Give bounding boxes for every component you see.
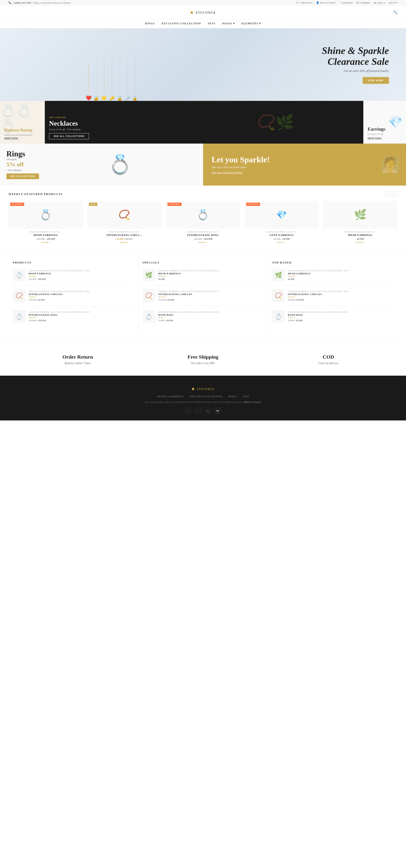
mini-product-image[interactable]: 📿 [272, 289, 285, 302]
rings-free-shipping: + Free shipping [6, 169, 39, 171]
rings-cta-button[interactable]: SEE COLLECTIONS [6, 174, 39, 179]
mini-product-price: 120.00$–450.00$ [29, 319, 134, 322]
ring-icon: 💍 [39, 209, 52, 221]
mini-product: 🌿 Chains & Earrings, Exclusive collectio… [272, 269, 393, 285]
product-card: FEATURED 💍 Chains & Earrings, Exclus... … [8, 201, 83, 244]
product-price: 49.00$ [323, 238, 398, 241]
mini-product-category: Chains & Earrings, Exclusive collection,… [288, 270, 393, 272]
twitter-icon[interactable]: t [195, 408, 201, 414]
mini-product-image[interactable]: 💍 [143, 310, 155, 323]
footer-nav-sets[interactable]: SETS [243, 395, 249, 398]
necklace-icon: 📿 [118, 209, 130, 220]
hero-text: Shine & Sparkle Clearance Sale Get an ex… [308, 45, 389, 84]
nav-exclusive[interactable]: EXCLUSIVE COLLECTION [162, 22, 201, 25]
phone-number: +3(800) 2345-6789 [13, 1, 31, 4]
privacy-policy-link[interactable]: PRIVACY POLICY [244, 401, 261, 403]
product-name[interactable]: INTERLOCKING CIRCL... [87, 234, 162, 237]
footer-nav-chains[interactable]: CHAINS & EARRINGS [157, 395, 184, 398]
mini-product-stars: ★★★★☆ [29, 316, 134, 319]
mini-product-stars: ★★★★☆ [158, 275, 263, 277]
product-badge: FEATURED [10, 203, 24, 206]
search-icon[interactable]: 🔍 [393, 10, 398, 14]
necklaces-cta-button[interactable]: SEE ALL COLLECTIONS [49, 133, 89, 139]
next-arrow[interactable]: › [392, 192, 398, 197]
logo[interactable]: ◆ zirconia [190, 9, 216, 15]
rings-text: Rings Get up to 5% off + Free shipping S… [6, 150, 39, 179]
rings-banner: Rings Get up to 5% off + Free shipping S… [0, 144, 203, 186]
mini-product-info: Chains & Earrings, Exclusive collection,… [29, 290, 134, 301]
feature-free-shipping: Free Shipping On orders over $99. [143, 354, 264, 365]
feature-title: Order Return [17, 354, 138, 360]
product-name[interactable]: LYNN EARRINGS [245, 234, 319, 237]
ring-icon: 💍 [196, 209, 209, 221]
top-bar: 📞 +3(800) 2345-6789 7 Days a week from 9… [0, 0, 406, 5]
feature-subtitle: Cash on delivery [268, 362, 389, 365]
linkedin-icon[interactable]: in [205, 408, 211, 414]
hero-cta-button[interactable]: VIEW NOW! [363, 77, 389, 84]
footer-nav-rings[interactable]: RINGS [228, 395, 237, 398]
footer-nav-exclusive[interactable]: EXCLUSIVE COLLECTION [190, 395, 222, 398]
product-price: 250.00$–260.00$ [8, 238, 83, 241]
compare-link[interactable]: ⇄ COMPARE [356, 1, 370, 4]
mini-product-name[interactable]: BAND RING [288, 314, 393, 316]
mini-product-image[interactable]: 🌿 [143, 269, 155, 281]
featured-title: WEEKLY FEATURED PRODUCTS [8, 192, 63, 196]
mini-product-image[interactable]: 🌿 [272, 269, 285, 281]
product-name[interactable]: INTERLOCKING RING [166, 234, 240, 237]
instagram-icon[interactable]: 📷 [215, 408, 221, 414]
footer-logo[interactable]: ◆ zirconia [8, 386, 398, 391]
compare-icon: ⇄ [356, 1, 358, 4]
product-category: Chains & Earrings, Exclus... [87, 231, 162, 233]
nav-pages[interactable]: PAGES ▾ [222, 22, 235, 25]
mini-product-name[interactable]: INTERLOCKING CIRCLES [288, 293, 393, 296]
mini-product-name[interactable]: INTERLOCKING RING [29, 314, 134, 316]
mini-product-name[interactable]: BAND RING [158, 314, 263, 316]
mini-product-image[interactable]: 💍 [13, 310, 26, 323]
heart-icon: ♡ [339, 1, 341, 4]
nav-rings[interactable]: RINGS [145, 22, 155, 25]
wishlist-link[interactable]: ♡ WISHLIST [339, 1, 353, 4]
cart-link[interactable]: 🛍 CART 0 [374, 1, 385, 4]
checkout-link[interactable]: 🛒 CHECKOUT [296, 1, 313, 4]
nav-elements[interactable]: ELEMENTS ▾ [242, 22, 261, 25]
platinum-shop-now[interactable]: SHOP NOW! [4, 137, 40, 139]
rings-title: Rings [6, 150, 39, 158]
earrings-title: Earrings [368, 126, 402, 132]
mini-product-category: Chains & Earrings, Exclusive collection,… [29, 270, 134, 272]
nav-sets[interactable]: SETS [208, 22, 215, 25]
mini-product-name[interactable]: INTERLOCKING CIRCLES [158, 293, 263, 296]
currency-selector[interactable]: USD, $ ▾ [388, 1, 398, 4]
mini-product-image[interactable]: 💍 [272, 310, 285, 323]
sparkle-cta[interactable]: SEE ALL COLLECTIONS [212, 172, 270, 174]
prev-arrow[interactable]: ‹ [385, 192, 391, 197]
mini-product-name[interactable]: MESH EARRINGS [158, 272, 263, 275]
product-name[interactable]: MESH EARRINGS [323, 234, 398, 237]
product-image[interactable]: 🌿 [323, 201, 398, 229]
sparkle-title: Let you Sparkle! [212, 155, 270, 164]
sparkle-banner: Let you Sparkle! Save up to 50% on selec… [203, 144, 406, 186]
rings-off: 5% off [6, 161, 39, 168]
mini-product-category: Chains & Earrings, Exclusive collection,… [29, 290, 134, 292]
facebook-icon[interactable]: f [185, 408, 192, 414]
hero-title: Shine & Sparkle Clearance Sale [308, 45, 389, 67]
feature-cod: COD Cash on delivery [268, 354, 389, 365]
mini-product-image[interactable]: 💍 [13, 269, 26, 281]
mini-product: 📿 Chains & Earrings, Exclusive collectio… [13, 289, 134, 306]
product-name[interactable]: HOOP EARRINGS [8, 234, 83, 237]
mini-product-image[interactable]: 📿 [143, 289, 155, 302]
earring-leaf-icon: 🌿 [354, 209, 367, 221]
mini-product-name[interactable]: INTERLOCKING CIRCLES [29, 293, 134, 296]
specials-col-title: SPECIALS [143, 261, 263, 264]
mini-product-name[interactable]: HOOP EARRINGS [29, 272, 134, 275]
earrings-shop-now[interactable]: SHOP NOW! [368, 137, 402, 139]
product-image[interactable]: 📿 [87, 201, 162, 229]
mini-product: 💍 Chains & Earrings, Exclusive collectio… [143, 310, 263, 327]
footer-copy: ZIRCONIA THEME IS PROUDLY POWERED BY WOR… [8, 401, 398, 403]
account-link[interactable]: 👤 MY ACCOUNT [316, 1, 336, 4]
mini-product-image[interactable]: 📿 [13, 289, 26, 302]
necklaces-banner: 📿🌿 New collection Necklaces Get up to 5%… [45, 101, 363, 144]
mini-product-name[interactable]: MESH EARRINGS [288, 272, 393, 275]
top-rated-col: TOP RATED 🌿 Chains & Earrings, Exclusive… [268, 257, 398, 335]
mini-product-category: Chains & Earrings, Exclusive collection,… [158, 311, 263, 313]
mini-product-info: Chains & Earrings, Exclusive collection,… [288, 290, 393, 301]
